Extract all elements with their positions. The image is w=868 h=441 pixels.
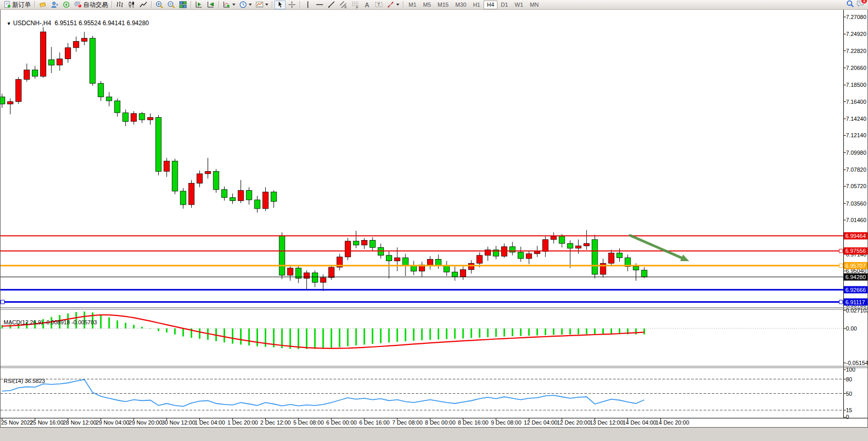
text-tool-button[interactable]: A <box>361 1 373 9</box>
horizontal-line-tool-button[interactable] <box>314 1 325 9</box>
channel-icon: E <box>339 1 347 9</box>
crosshair-button[interactable] <box>286 1 298 9</box>
text-icon: A <box>363 1 371 9</box>
candlestick-mode-button[interactable] <box>126 1 137 9</box>
toolbar-separator <box>403 1 403 8</box>
price-line-badge-text: 6.99464 <box>845 233 866 239</box>
zoom-in-button[interactable] <box>154 1 165 9</box>
candle <box>230 197 235 200</box>
candle <box>370 241 375 248</box>
text-label-tool-button[interactable]: T <box>373 1 384 9</box>
candle <box>271 192 276 202</box>
chart-shift-button[interactable] <box>193 1 205 9</box>
new-order-button[interactable]: 新订单 <box>2 1 32 9</box>
arrows-tool-button[interactable] <box>385 1 401 9</box>
candle <box>428 260 433 265</box>
candle <box>24 70 30 80</box>
line-handle[interactable] <box>1 300 5 304</box>
toolbar-separator <box>300 1 300 8</box>
timeframe-m15[interactable]: M15 <box>435 1 452 9</box>
news-button[interactable] <box>61 1 72 9</box>
autotrading-icon <box>74 1 82 9</box>
timeframe-w1[interactable]: W1 <box>512 1 527 9</box>
crosshair-icon <box>288 1 296 9</box>
line-handle[interactable] <box>839 264 843 267</box>
candle <box>0 97 5 104</box>
candle <box>131 114 137 121</box>
timeframe-h4[interactable]: H4 <box>484 1 497 9</box>
auto-scroll-icon <box>207 1 215 9</box>
candle <box>608 253 614 263</box>
autotrading-button[interactable]: 自动交易 <box>72 1 109 9</box>
search-button[interactable] <box>846 0 854 10</box>
templates-button[interactable] <box>254 1 270 9</box>
candle <box>518 252 524 259</box>
trendline-tool-button[interactable] <box>326 1 337 9</box>
timeframe-mn[interactable]: MN <box>527 1 542 9</box>
line-chart-mode-button[interactable] <box>138 1 149 9</box>
chart-canvas[interactable]: 7.270807.249207.228207.206607.185007.164… <box>0 0 868 431</box>
candle <box>90 38 96 83</box>
chart-background <box>1 1 867 427</box>
chart-title: USDCNH-,H4 6.95151 6.95524 6.94141 6.942… <box>13 20 149 27</box>
cursor-button[interactable] <box>274 1 286 9</box>
time-axis-label: 12 Dec 04:00 <box>524 419 557 426</box>
candle <box>345 241 350 257</box>
price-axis-tick: 7.22820 <box>846 48 866 54</box>
periods-button[interactable] <box>237 1 253 9</box>
timeframe-d1[interactable]: D1 <box>498 1 511 9</box>
chart-wizard-button[interactable] <box>37 1 48 9</box>
time-axis-label: 8 Dec 00:00 <box>425 419 455 426</box>
candle <box>32 70 38 76</box>
zoom-in-icon <box>155 1 163 9</box>
toolbar-separator <box>218 1 219 8</box>
candle <box>411 266 417 271</box>
timeframe-m30[interactable]: M30 <box>452 1 469 9</box>
fibonacci-tool-button[interactable]: F <box>349 1 361 9</box>
price-line-badge-text: 6.94280 <box>845 274 866 280</box>
zoom-out-button[interactable] <box>165 1 177 9</box>
candle <box>444 266 450 272</box>
auto-scroll-button[interactable] <box>205 1 216 9</box>
time-axis-label: 29 Nov 04:00 <box>96 419 129 426</box>
new-order-label: 新订单 <box>12 1 31 9</box>
candle <box>403 258 409 266</box>
symbol-menu-icon[interactable]: ▼ <box>7 21 11 26</box>
candle <box>287 268 293 275</box>
price-axis-tick: 7.20660 <box>846 65 866 71</box>
tile-windows-button[interactable] <box>177 1 189 9</box>
candle <box>189 183 194 205</box>
indicators-button[interactable] <box>221 1 237 9</box>
price-axis-tick: 7.07820 <box>846 167 866 173</box>
vertical-line-tool-button[interactable] <box>302 1 313 9</box>
cursor-icon <box>276 1 284 9</box>
time-axis: 25 Nov 202225 Nov 16:0028 Nov 12:0029 No… <box>1 418 689 426</box>
candle <box>197 174 202 183</box>
candle <box>534 251 540 254</box>
price-line-badge-text: 6.91117 <box>845 299 865 305</box>
candle <box>460 270 466 277</box>
notifications-button[interactable]: 1 <box>856 0 864 10</box>
line-handle[interactable] <box>839 249 843 253</box>
candle <box>41 32 46 76</box>
svg-text:T: T <box>377 2 380 7</box>
toolbar-right-group: 1 <box>846 0 866 10</box>
candle <box>98 83 104 97</box>
fibonacci-icon: F <box>351 1 359 9</box>
candle <box>526 254 532 259</box>
profiles-button[interactable] <box>49 1 60 9</box>
line-handle[interactable] <box>839 300 843 304</box>
candle <box>386 255 392 261</box>
timeframe-m5[interactable]: M5 <box>420 1 434 9</box>
rsi-axis-tick: 15 <box>846 407 852 413</box>
equidistant-channel-tool-button[interactable]: E <box>338 1 349 9</box>
timeframe-h1[interactable]: H1 <box>470 1 483 9</box>
time-axis-label: 8 Dec 16:00 <box>458 419 488 426</box>
candle <box>576 246 581 248</box>
timeframe-m1[interactable]: M1 <box>405 1 419 9</box>
bar-chart-mode-button[interactable] <box>114 1 125 9</box>
candle <box>8 102 13 104</box>
chart-wizard-icon <box>39 1 47 9</box>
periods-icon <box>239 1 247 9</box>
candle <box>123 113 128 121</box>
